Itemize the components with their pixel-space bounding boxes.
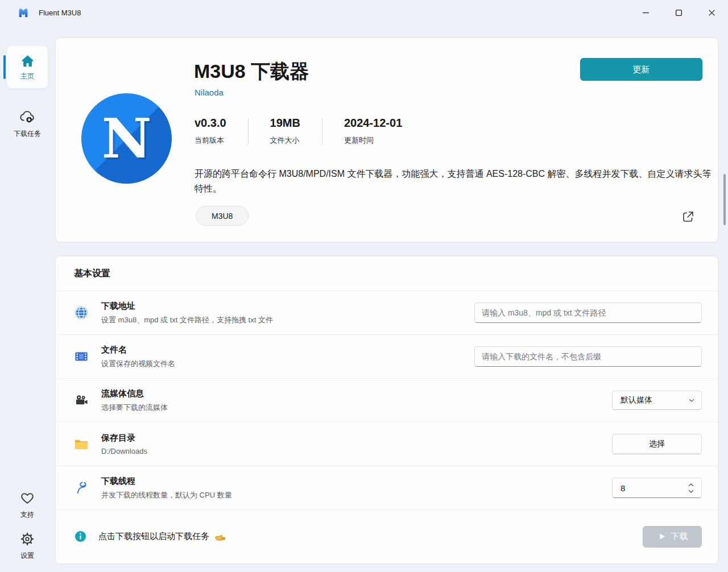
globe-icon: [74, 305, 89, 320]
cloud-download-icon: [19, 108, 36, 125]
sidebar-item-label: 下载任务: [14, 129, 41, 139]
row-subtitle: 并发下载的线程数量，默认为 CPU 数量: [101, 490, 232, 500]
row-title: 保存目录: [101, 433, 147, 443]
stat-version: v0.3.0 当前版本: [195, 117, 226, 146]
setting-row-stream-info: 流媒体信息 选择要下载的流媒体 默认媒体: [56, 378, 718, 422]
update-button[interactable]: 更新: [580, 58, 702, 81]
thread-count-stepper: [612, 478, 702, 498]
author-link[interactable]: Nilaoda: [195, 88, 224, 97]
close-button[interactable]: [695, 0, 728, 25]
stepper-down-icon[interactable]: [686, 488, 696, 494]
app-stats: v0.3.0 当前版本 19MB 文件大小 2024-12-01 更新时间: [195, 117, 402, 146]
thread-count-input[interactable]: [613, 483, 669, 493]
row-title: 下载线程: [101, 476, 232, 487]
logo-letter: N: [102, 111, 152, 166]
row-subtitle: 设置保存的视频文件名: [101, 359, 175, 369]
sidebar-item-label: 支持: [20, 510, 34, 520]
row-text: 流媒体信息 选择要下载的流媒体: [101, 388, 168, 413]
row-control: [612, 478, 702, 498]
sidebar-item-settings[interactable]: 设置: [0, 525, 55, 566]
row-text: 文件名 设置保存的视频文件名: [101, 345, 175, 369]
row-control: [474, 302, 702, 323]
active-indicator: [3, 55, 6, 79]
app-hero-card: N M3U8 下载器 Nilaoda v0.3.0 当前版本 19MB 文件大小…: [55, 38, 718, 242]
download-hint-text: 点击下载按钮以启动下载任务: [98, 530, 226, 543]
folder-icon: [74, 437, 89, 451]
sidebar-item-home[interactable]: 主页: [0, 40, 55, 94]
row-control: [474, 346, 702, 367]
row-text: 保存目录 D:/Downloads: [101, 433, 147, 455]
window-controls: [629, 0, 728, 25]
row-title: 文件名: [101, 345, 175, 355]
sidebar-item-label: 主页: [20, 72, 34, 81]
titlebar: Fluent M3U8: [0, 0, 728, 25]
chevron-down-icon: [688, 396, 696, 404]
stepper-up-icon[interactable]: [686, 482, 696, 488]
thread-icon: [74, 480, 89, 495]
gear-icon: [19, 531, 35, 547]
row-text: 下载线程 并发下载的线程数量，默认为 CPU 数量: [101, 476, 232, 500]
stat-label: 更新时间: [344, 135, 402, 146]
row-text: 下载地址 设置 m3u8、mpd 或 txt 文件路径，支持拖拽 txt 文件: [101, 301, 273, 325]
tag-row: M3U8: [196, 206, 249, 226]
app-title: Fluent M3U8: [39, 9, 81, 17]
row-control: 选择: [612, 434, 702, 454]
stat-filesize: 19MB 文件大小: [270, 117, 300, 146]
section-title: 基本设置: [56, 256, 718, 291]
movie-camera-icon: [74, 393, 89, 408]
page-title: M3U8 下载器: [194, 59, 309, 85]
play-icon: [657, 532, 667, 541]
info-icon: [74, 530, 87, 543]
setting-row-threads: 下载线程 并发下载的线程数量，默认为 CPU 数量: [56, 466, 718, 509]
stat-value: 19MB: [270, 117, 300, 130]
home-icon: [20, 53, 35, 69]
sidebar-item-label: 设置: [20, 551, 34, 561]
pointing-right-hand-icon: [214, 530, 226, 543]
stepper-buttons: [686, 478, 696, 498]
sidebar-item-home-card: 主页: [6, 45, 48, 89]
share-icon[interactable]: [681, 210, 695, 223]
sidebar: 主页 下载任务 支持: [0, 25, 55, 572]
app-description: 开源的跨平台命令行 M3U8/MPD/ISM 文件下载器，功能强大，支持普通 A…: [195, 167, 715, 197]
filename-input[interactable]: [474, 346, 702, 367]
download-button[interactable]: 下载: [643, 526, 702, 548]
setting-row-filename: 文件名 设置保存的视频文件名: [56, 334, 718, 378]
choose-folder-button[interactable]: 选择: [612, 434, 702, 454]
app-logo-m-icon: [17, 6, 30, 19]
sidebar-item-support[interactable]: 支持: [0, 484, 55, 525]
divider: [248, 118, 249, 144]
row-title: 流媒体信息: [101, 388, 168, 399]
media-select[interactable]: 默认媒体: [612, 391, 702, 410]
download-footer: 点击下载按钮以启动下载任务 下载: [56, 509, 718, 563]
minimize-button[interactable]: [629, 0, 662, 25]
hint-label: 点击下载按钮以启动下载任务: [98, 531, 209, 542]
stat-value: v0.3.0: [195, 117, 226, 130]
divider: [322, 118, 322, 144]
save-dir-path: D:/Downloads: [101, 447, 147, 455]
scrollbar[interactable]: [721, 38, 728, 572]
app-n-logo: N: [81, 93, 172, 184]
basic-settings-card: 基本设置 下载地址 设置 m3u8、mpd 或 txt 文件路径，支持拖拽 tx…: [55, 256, 718, 564]
row-subtitle: 设置 m3u8、mpd 或 txt 文件路径，支持拖拽 txt 文件: [101, 315, 273, 325]
tag-m3u8[interactable]: M3U8: [196, 206, 249, 226]
maximize-button[interactable]: [662, 0, 695, 25]
setting-row-download-url: 下载地址 设置 m3u8、mpd 或 txt 文件路径，支持拖拽 txt 文件: [56, 291, 718, 334]
row-subtitle: 选择要下载的流媒体: [101, 403, 168, 413]
scrollbar-thumb[interactable]: [723, 174, 726, 225]
stat-label: 当前版本: [195, 135, 226, 146]
heart-icon: [19, 490, 35, 506]
setting-row-save-dir: 保存目录 D:/Downloads 选择: [56, 422, 718, 466]
sidebar-item-tasks[interactable]: 下载任务: [0, 102, 55, 144]
row-control: 默认媒体: [612, 391, 702, 410]
download-url-input[interactable]: [474, 302, 702, 323]
stat-value: 2024-12-01: [344, 117, 402, 130]
stat-label: 文件大小: [270, 135, 300, 146]
download-button-label: 下载: [671, 531, 688, 542]
media-select-value: 默认媒体: [621, 395, 652, 405]
sidebar-bottom: 支持 设: [0, 484, 55, 572]
film-icon: [74, 349, 89, 364]
stat-updated: 2024-12-01 更新时间: [344, 117, 402, 146]
row-title: 下载地址: [101, 301, 273, 312]
